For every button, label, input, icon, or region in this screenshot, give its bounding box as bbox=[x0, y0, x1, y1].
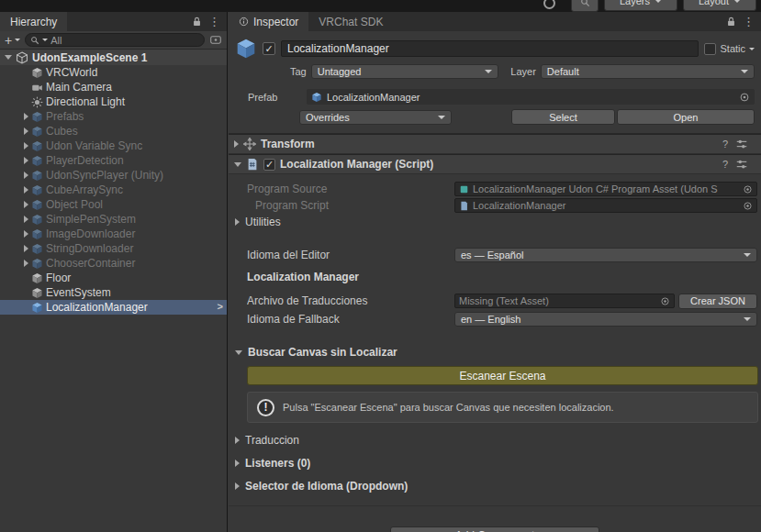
scan-canvas-foldout[interactable]: Buscar Canvas sin Localizar bbox=[229, 344, 761, 360]
picker-filter-icon[interactable] bbox=[209, 34, 222, 46]
listeners-foldout[interactable]: Listeners (0) bbox=[229, 455, 761, 471]
presets-icon[interactable] bbox=[735, 158, 748, 171]
account-icon[interactable] bbox=[543, 0, 555, 9]
layer-dropdown[interactable]: Default bbox=[541, 64, 755, 79]
hierarchy-item-udon-variable-sync[interactable]: Udon Variable Sync bbox=[0, 139, 227, 153]
prefab-icon bbox=[31, 258, 43, 270]
hierarchy-search-input[interactable] bbox=[50, 35, 199, 46]
hierarchy-item-object-pool[interactable]: Object Pool bbox=[0, 197, 227, 212]
hierarchy-search[interactable] bbox=[25, 33, 205, 47]
chevron-down-icon bbox=[42, 39, 48, 41]
script-body: Program Source LocalizationManager Udon … bbox=[229, 174, 761, 506]
kebab-menu-icon[interactable]: ⋮ bbox=[208, 16, 220, 28]
info-icon: ! bbox=[257, 399, 274, 416]
program-source-value: LocalizationManager Udon C# Program Asse… bbox=[473, 183, 739, 194]
static-checkbox[interactable] bbox=[704, 43, 716, 55]
editor-language-dropdown[interactable]: es — Español bbox=[454, 248, 757, 262]
hierarchy-scene-row[interactable]: UdonExampleScene 1 bbox=[0, 50, 227, 65]
object-picker-icon[interactable] bbox=[743, 201, 753, 211]
transform-component-header[interactable]: Transform ? bbox=[229, 134, 761, 154]
layout-dropdown[interactable]: Layout bbox=[683, 0, 756, 11]
hierarchy-item-stringdownloader[interactable]: StringDownloader bbox=[0, 241, 227, 256]
tag-dropdown[interactable]: Untagged bbox=[311, 64, 499, 79]
main-toolbar: Layers Layout bbox=[0, 0, 761, 12]
presets-icon[interactable] bbox=[735, 138, 748, 150]
chevron-down-icon bbox=[733, 0, 741, 3]
script-component-header[interactable]: ✓ Localization Manager (Script) ? bbox=[229, 154, 761, 174]
tab-hierarchy[interactable]: Hierarchy bbox=[0, 12, 67, 31]
script-title: Localization Manager (Script) bbox=[280, 158, 433, 171]
expand-arrow-icon[interactable] bbox=[24, 245, 28, 252]
expand-arrow-icon[interactable] bbox=[24, 260, 28, 267]
tab-inspector[interactable]: Inspector bbox=[229, 12, 308, 31]
object-picker-icon[interactable] bbox=[743, 184, 753, 194]
object-picker-icon[interactable] bbox=[739, 92, 750, 103]
lock-icon[interactable] bbox=[192, 17, 202, 27]
expand-arrow-icon[interactable] bbox=[234, 140, 239, 148]
hierarchy-item-cubes[interactable]: Cubes bbox=[0, 124, 227, 139]
expand-arrow-icon[interactable] bbox=[24, 157, 28, 164]
expand-arrow-icon[interactable] bbox=[24, 216, 28, 223]
hierarchy-item-localizationmanager[interactable]: LocalizationManager > bbox=[0, 300, 227, 315]
component-enabled-checkbox[interactable]: ✓ bbox=[263, 159, 275, 171]
expand-arrow-icon[interactable] bbox=[24, 201, 28, 208]
kebab-menu-icon[interactable]: ⋮ bbox=[743, 16, 755, 28]
hierarchy-item-cubearraysync[interactable]: CubeArraySync bbox=[0, 183, 227, 197]
static-dropdown-icon[interactable] bbox=[749, 48, 755, 50]
search-button[interactable] bbox=[571, 0, 599, 12]
expand-arrow-icon[interactable] bbox=[24, 113, 28, 120]
program-script-label: Program Script bbox=[255, 199, 454, 212]
tag-value: Untagged bbox=[318, 66, 362, 77]
prefab-icon bbox=[31, 302, 43, 314]
hierarchy-item-directional-light[interactable]: Directional Light bbox=[0, 94, 227, 109]
overrides-label: Overrides bbox=[306, 112, 350, 123]
tab-vrchat-sdk[interactable]: VRChat SDK bbox=[308, 12, 393, 31]
add-component-button[interactable]: Add Component bbox=[390, 526, 599, 532]
layers-dropdown[interactable]: Layers bbox=[604, 0, 677, 11]
help-icon[interactable]: ? bbox=[722, 159, 728, 170]
collapse-arrow-icon[interactable] bbox=[234, 162, 241, 167]
fallback-language-dropdown[interactable]: en — English bbox=[454, 312, 757, 327]
open-button[interactable]: Open bbox=[617, 109, 755, 125]
hierarchy-item-playerdetection[interactable]: PlayerDetection bbox=[0, 153, 227, 168]
help-icon[interactable]: ? bbox=[722, 139, 728, 150]
expand-arrow-icon bbox=[235, 460, 240, 467]
open-prefab-chevron[interactable]: > bbox=[218, 301, 223, 312]
scan-scene-button[interactable]: Escanear Escena bbox=[247, 366, 758, 385]
gameobject-name-input[interactable] bbox=[281, 40, 699, 57]
active-checkbox[interactable]: ✓ bbox=[263, 42, 275, 55]
prefab-icon bbox=[311, 92, 322, 103]
collapse-arrow-icon[interactable] bbox=[5, 55, 12, 60]
overrides-dropdown[interactable]: Overrides bbox=[299, 110, 452, 125]
camera-icon bbox=[31, 82, 43, 94]
select-button[interactable]: Select bbox=[511, 109, 615, 125]
utilities-foldout[interactable]: Utilities bbox=[229, 214, 761, 230]
hierarchy-item-simplepensystem[interactable]: SimplePenSystem bbox=[0, 212, 227, 227]
lock-icon[interactable] bbox=[726, 17, 736, 27]
chevron-down-icon bbox=[744, 253, 751, 257]
create-json-button[interactable]: Crear JSON bbox=[678, 294, 757, 309]
hierarchy-item-main-camera[interactable]: Main Camera bbox=[0, 80, 227, 94]
hierarchy-item-imagedownloader[interactable]: ImageDownloader bbox=[0, 227, 227, 241]
expand-arrow-icon[interactable] bbox=[24, 186, 28, 194]
prefab-icon bbox=[31, 214, 43, 226]
hierarchy-item-eventsystem[interactable]: EventSystem bbox=[0, 285, 227, 300]
create-object-button[interactable]: + bbox=[5, 34, 20, 47]
traduccion-foldout[interactable]: Traduccion bbox=[229, 432, 761, 449]
expand-arrow-icon[interactable] bbox=[24, 142, 28, 150]
hierarchy-item-vrcworld[interactable]: VRCWorld bbox=[0, 65, 227, 80]
expand-arrow-icon[interactable] bbox=[24, 230, 28, 238]
translations-object-field[interactable]: Missing (Text Asset) bbox=[454, 294, 675, 308]
hierarchy-item-choosercontainer[interactable]: ChooserContainer bbox=[0, 256, 227, 271]
expand-arrow-icon[interactable] bbox=[24, 172, 28, 179]
hierarchy-item-floor[interactable]: Floor bbox=[0, 271, 227, 285]
prefab-icon bbox=[31, 243, 43, 255]
listeners-label: Listeners (0) bbox=[245, 457, 310, 470]
prefab-object-field[interactable]: LocalizationManager bbox=[307, 89, 755, 105]
hierarchy-item-prefabs[interactable]: Prefabs bbox=[0, 109, 227, 124]
expand-arrow-icon[interactable] bbox=[24, 127, 28, 135]
hierarchy-item-udonsyncplayer[interactable]: UdonSyncPlayer (Unity) bbox=[0, 168, 227, 183]
selector-idioma-foldout[interactable]: Selector de Idioma (Dropdown) bbox=[229, 478, 761, 494]
scan-section-label: Buscar Canvas sin Localizar bbox=[248, 346, 397, 359]
object-picker-icon[interactable] bbox=[660, 296, 670, 306]
